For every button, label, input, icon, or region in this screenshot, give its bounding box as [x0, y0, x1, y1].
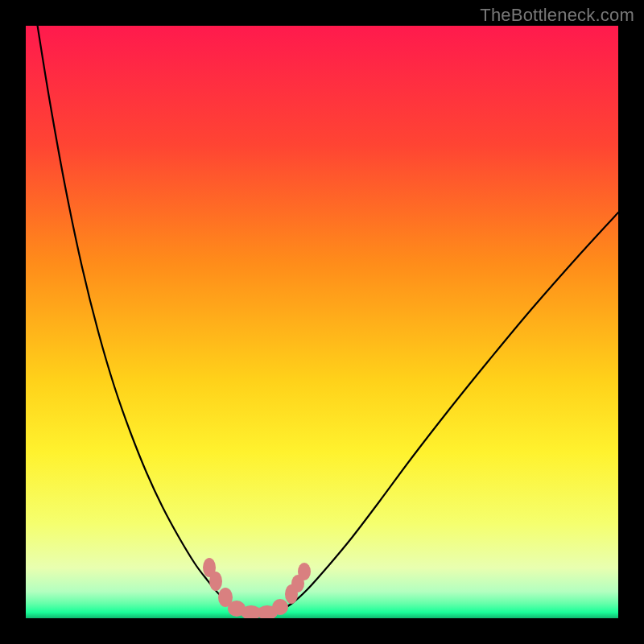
- watermark-text: TheBottleneck.com: [480, 5, 634, 26]
- series-left-curve: [36, 26, 239, 610]
- highlight-marker: [209, 572, 222, 591]
- outer-black-frame: TheBottleneck.com: [0, 0, 644, 644]
- series-right-curve: [279, 213, 618, 610]
- plot-area: [26, 26, 618, 618]
- bottleneck-curve: [26, 26, 618, 618]
- highlight-marker: [272, 599, 288, 615]
- highlight-marker: [298, 563, 311, 580]
